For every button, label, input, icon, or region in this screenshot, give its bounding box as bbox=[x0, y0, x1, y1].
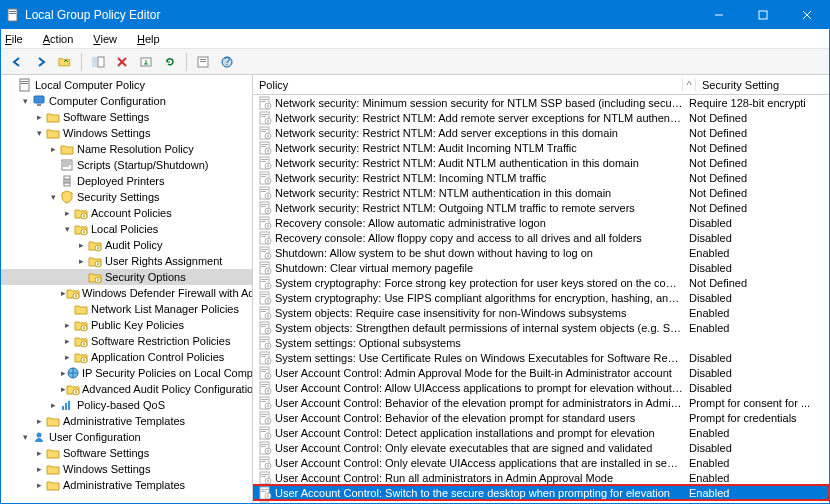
tree-item[interactable]: ▾Security Settings bbox=[1, 189, 252, 205]
tree-item[interactable]: Local Computer Policy bbox=[1, 77, 252, 93]
tree-item[interactable]: ▾Computer Configuration bbox=[1, 93, 252, 109]
tree-item[interactable]: ▾User Configuration bbox=[1, 429, 252, 445]
tree-item[interactable]: Security Options bbox=[1, 269, 252, 285]
titlebar[interactable]: Local Group Policy Editor bbox=[1, 1, 829, 29]
policy-row[interactable]: User Account Control: Only elevate UIAcc… bbox=[253, 455, 829, 470]
separator bbox=[186, 53, 187, 71]
policy-row[interactable]: Network security: Restrict NTLM: Incomin… bbox=[253, 170, 829, 185]
expand-icon[interactable]: ▸ bbox=[33, 480, 45, 490]
tree-item[interactable]: ▸Account Policies bbox=[1, 205, 252, 221]
policy-row[interactable]: System settings: Use Certificate Rules o… bbox=[253, 350, 829, 365]
folderS-icon bbox=[73, 334, 89, 348]
up-button[interactable] bbox=[55, 52, 75, 72]
refresh-button[interactable] bbox=[160, 52, 180, 72]
policy-row[interactable]: Network security: Restrict NTLM: Audit I… bbox=[253, 140, 829, 155]
tree-item[interactable]: ▸Software Settings bbox=[1, 109, 252, 125]
policy-row[interactable]: System cryptography: Force strong key pr… bbox=[253, 275, 829, 290]
policy-row[interactable]: User Account Control: Run all administra… bbox=[253, 470, 829, 485]
column-security[interactable]: Security Setting bbox=[695, 79, 829, 91]
collapse-icon[interactable]: ▾ bbox=[33, 128, 45, 138]
menu-action[interactable]: Action bbox=[43, 33, 84, 45]
show-hide-tree-button[interactable] bbox=[88, 52, 108, 72]
expand-icon[interactable]: ▸ bbox=[33, 464, 45, 474]
policy-setting: Disabled bbox=[683, 262, 829, 274]
tree-item[interactable]: ▸User Rights Assignment bbox=[1, 253, 252, 269]
policy-row[interactable]: Network security: Restrict NTLM: Outgoin… bbox=[253, 200, 829, 215]
collapse-icon[interactable]: ▾ bbox=[19, 96, 31, 106]
tree-item[interactable]: ▸Windows Settings bbox=[1, 461, 252, 477]
policy-row[interactable]: Shutdown: Clear virtual memory pagefileD… bbox=[253, 260, 829, 275]
tree-item[interactable]: Scripts (Startup/Shutdown) bbox=[1, 157, 252, 173]
policy-row[interactable]: User Account Control: Allow UIAccess app… bbox=[253, 380, 829, 395]
policy-row[interactable]: System cryptography: Use FIPS compliant … bbox=[253, 290, 829, 305]
expand-icon[interactable]: ▸ bbox=[47, 400, 59, 410]
policy-row[interactable]: System objects: Require case insensitivi… bbox=[253, 305, 829, 320]
tree-item[interactable]: ▸Windows Defender Firewall with Advanced bbox=[1, 285, 252, 301]
tree-item[interactable]: ▸Name Resolution Policy bbox=[1, 141, 252, 157]
policy-row[interactable]: Recovery console: Allow floppy copy and … bbox=[253, 230, 829, 245]
policy-row[interactable]: Network security: Restrict NTLM: Add ser… bbox=[253, 125, 829, 140]
tree-item[interactable]: ▸Audit Policy bbox=[1, 237, 252, 253]
collapse-icon[interactable]: ▾ bbox=[61, 224, 73, 234]
policy-row[interactable]: Network security: Minimum session securi… bbox=[253, 95, 829, 110]
delete-button[interactable] bbox=[112, 52, 132, 72]
tree-item[interactable]: ▸Software Settings bbox=[1, 445, 252, 461]
policy-setting: Disabled bbox=[683, 352, 829, 364]
tree-item[interactable]: ▸Software Restriction Policies bbox=[1, 333, 252, 349]
expand-icon[interactable]: ▸ bbox=[75, 256, 87, 266]
expand-icon[interactable]: ▸ bbox=[47, 144, 59, 154]
policy-row[interactable]: Network security: Restrict NTLM: NTLM au… bbox=[253, 185, 829, 200]
policy-row[interactable]: Shutdown: Allow system to be shut down w… bbox=[253, 245, 829, 260]
policy-row[interactable]: Network security: Restrict NTLM: Add rem… bbox=[253, 110, 829, 125]
tree-item[interactable]: Network List Manager Policies bbox=[1, 301, 252, 317]
expand-icon[interactable]: ▸ bbox=[75, 240, 87, 250]
tree-item[interactable]: ▸Administrative Templates bbox=[1, 413, 252, 429]
expand-icon[interactable]: ▸ bbox=[61, 208, 73, 218]
policy-row[interactable]: System settings: Optional subsystems bbox=[253, 335, 829, 350]
tree-pane[interactable]: Local Computer Policy▾Computer Configura… bbox=[1, 75, 253, 503]
menu-view[interactable]: View bbox=[93, 33, 127, 45]
policy-row[interactable]: User Account Control: Switch to the secu… bbox=[253, 485, 829, 500]
back-button[interactable] bbox=[7, 52, 27, 72]
close-button[interactable] bbox=[785, 1, 829, 29]
help-button[interactable]: ? bbox=[217, 52, 237, 72]
policy-row[interactable]: Recovery console: Allow automatic admini… bbox=[253, 215, 829, 230]
expand-icon[interactable]: ▸ bbox=[61, 336, 73, 346]
policy-item-icon bbox=[257, 141, 273, 155]
policy-row[interactable]: User Account Control: Virtualize file an… bbox=[253, 500, 829, 503]
tree-item[interactable]: ▸IP Security Policies on Local Computer bbox=[1, 365, 252, 381]
tree-item[interactable]: ▸Advanced Audit Policy Configuration bbox=[1, 381, 252, 397]
expand-icon[interactable]: ▸ bbox=[61, 320, 73, 330]
forward-button[interactable] bbox=[31, 52, 51, 72]
policy-row[interactable]: User Account Control: Only elevate execu… bbox=[253, 440, 829, 455]
policy-row[interactable]: System objects: Strengthen default permi… bbox=[253, 320, 829, 335]
properties-button[interactable] bbox=[193, 52, 213, 72]
tree-item[interactable]: ▸Public Key Policies bbox=[1, 317, 252, 333]
tree-item[interactable]: ▸Application Control Policies bbox=[1, 349, 252, 365]
menu-help[interactable]: Help bbox=[137, 33, 170, 45]
tree-item[interactable]: ▸Administrative Templates bbox=[1, 477, 252, 493]
maximize-button[interactable] bbox=[741, 1, 785, 29]
tree-item[interactable]: ▸Policy-based QoS bbox=[1, 397, 252, 413]
policy-name: Network security: Restrict NTLM: Add rem… bbox=[275, 112, 683, 124]
folder-icon bbox=[45, 414, 61, 428]
policy-row[interactable]: User Account Control: Behavior of the el… bbox=[253, 395, 829, 410]
policy-row[interactable]: Network security: Restrict NTLM: Audit N… bbox=[253, 155, 829, 170]
menu-file[interactable]: File bbox=[5, 33, 33, 45]
expand-icon[interactable]: ▸ bbox=[61, 352, 73, 362]
list-body[interactable]: Network security: Minimum session securi… bbox=[253, 95, 829, 503]
column-policy[interactable]: Policy bbox=[253, 79, 683, 91]
collapse-icon[interactable]: ▾ bbox=[47, 192, 59, 202]
tree-item[interactable]: ▾Local Policies bbox=[1, 221, 252, 237]
tree-item[interactable]: ▾Windows Settings bbox=[1, 125, 252, 141]
expand-icon[interactable]: ▸ bbox=[33, 416, 45, 426]
expand-icon[interactable]: ▸ bbox=[33, 448, 45, 458]
policy-row[interactable]: User Account Control: Behavior of the el… bbox=[253, 410, 829, 425]
policy-row[interactable]: User Account Control: Detect application… bbox=[253, 425, 829, 440]
export-button[interactable] bbox=[136, 52, 156, 72]
minimize-button[interactable] bbox=[697, 1, 741, 29]
tree-item[interactable]: Deployed Printers bbox=[1, 173, 252, 189]
policy-row[interactable]: User Account Control: Admin Approval Mod… bbox=[253, 365, 829, 380]
collapse-icon[interactable]: ▾ bbox=[19, 432, 31, 442]
expand-icon[interactable]: ▸ bbox=[33, 112, 45, 122]
